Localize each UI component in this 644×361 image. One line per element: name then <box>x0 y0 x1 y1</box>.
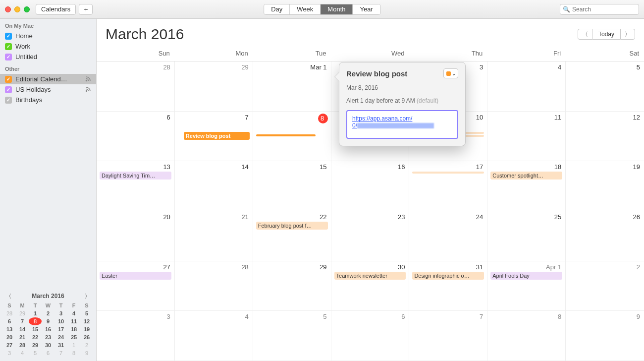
mini-day[interactable]: 31 <box>54 341 67 349</box>
event-chip[interactable]: Teamwork newsletter <box>334 272 406 280</box>
popover-url-field[interactable]: https://app.asana.com/0/ <box>346 110 458 139</box>
mini-day[interactable]: 9 <box>42 317 54 325</box>
day-cell[interactable]: 22February blog post f… <box>253 211 331 261</box>
calendars-button[interactable]: Calendars <box>36 4 76 15</box>
view-year[interactable]: Year <box>353 4 379 14</box>
mini-day[interactable]: 11 <box>67 317 80 325</box>
sidebar-calendar-item[interactable]: ✓US Holidays <box>0 84 96 95</box>
day-cell[interactable]: 13Daylight Saving Tim… <box>97 161 175 211</box>
mini-day[interactable]: 10 <box>54 317 67 325</box>
mini-day[interactable]: 4 <box>67 309 80 317</box>
today-button[interactable]: Today <box>592 29 620 40</box>
mini-day[interactable]: 13 <box>3 325 16 333</box>
mini-day[interactable]: 28 <box>3 309 16 317</box>
day-cell[interactable]: 23 <box>331 211 410 261</box>
day-cell[interactable]: 29 <box>253 261 331 311</box>
day-cell[interactable]: 16 <box>331 161 410 211</box>
mini-day[interactable]: 23 <box>42 333 54 341</box>
sidebar-calendar-item[interactable]: ✓Birthdays <box>0 95 96 105</box>
mini-day[interactable]: 28 <box>16 341 29 349</box>
mini-day[interactable]: 30 <box>42 341 54 349</box>
popover-url-link[interactable]: https://app.asana.com/0/ <box>352 115 434 129</box>
fullscreen-window-icon[interactable] <box>24 6 30 12</box>
day-cell[interactable]: 30Teamwork newsletter <box>331 261 410 311</box>
day-cell[interactable]: 2 <box>566 261 644 311</box>
day-cell[interactable]: 17 <box>409 161 487 211</box>
mini-day[interactable]: 29 <box>16 309 29 317</box>
close-window-icon[interactable] <box>5 6 11 12</box>
calendar-checkbox[interactable]: ✓ <box>5 97 12 104</box>
calendar-checkbox[interactable]: ✓ <box>5 33 12 40</box>
day-cell[interactable]: 14 <box>175 161 253 211</box>
event-chip[interactable]: Review blog post <box>184 132 250 140</box>
view-week[interactable]: Week <box>290 4 321 14</box>
sidebar-calendar-item[interactable]: ✓Editorial Calend… <box>0 74 96 84</box>
day-cell[interactable]: 8 <box>253 112 331 162</box>
mini-day[interactable]: 27 <box>3 341 16 349</box>
day-cell[interactable]: Mar 1 <box>253 61 331 112</box>
day-cell[interactable]: Apr 1April Fools Day <box>487 261 566 311</box>
mini-day[interactable]: 8 <box>29 317 42 325</box>
mini-day[interactable]: 7 <box>54 349 67 357</box>
calendar-checkbox[interactable]: ✓ <box>5 54 12 60</box>
mini-day[interactable]: 5 <box>29 349 42 357</box>
sidebar-calendar-item[interactable]: ✓Work <box>0 41 96 52</box>
mini-day[interactable]: 9 <box>80 349 93 357</box>
mini-day[interactable]: 8 <box>67 349 80 357</box>
mini-day[interactable]: 6 <box>3 317 16 325</box>
mini-day[interactable]: 20 <box>3 333 16 341</box>
event-chip[interactable]: Daylight Saving Tim… <box>100 172 171 180</box>
mini-day[interactable]: 24 <box>54 333 67 341</box>
day-cell[interactable]: 3 <box>97 311 175 361</box>
mini-day[interactable]: 3 <box>54 309 67 317</box>
mini-day[interactable]: 2 <box>80 341 93 349</box>
day-cell[interactable]: 24 <box>409 211 487 261</box>
event-chip[interactable] <box>412 172 484 174</box>
day-cell[interactable]: 8 <box>487 311 566 361</box>
mini-day[interactable]: 25 <box>67 333 80 341</box>
mini-day[interactable]: 22 <box>29 333 42 341</box>
day-cell[interactable]: 4 <box>487 61 566 112</box>
day-cell[interactable]: 12 <box>566 112 644 162</box>
popover-title[interactable]: Review blog post <box>346 69 439 78</box>
popover-calendar-picker[interactable]: ⌄ <box>443 68 458 78</box>
mini-day[interactable]: 29 <box>29 341 42 349</box>
mini-day[interactable]: 1 <box>67 341 80 349</box>
mini-day[interactable]: 6 <box>42 349 54 357</box>
sidebar-calendar-item[interactable]: ✓Home <box>0 31 96 41</box>
mini-day[interactable]: 5 <box>80 309 93 317</box>
mini-calendar-grid[interactable]: SMTWTFS282912345678910111213141516171819… <box>3 301 93 357</box>
mini-day[interactable]: 4 <box>16 349 29 357</box>
mini-day[interactable]: 2 <box>42 309 54 317</box>
next-month-button[interactable]: 〉 <box>620 29 635 40</box>
day-cell[interactable]: 5 <box>566 61 644 112</box>
day-cell[interactable]: 25 <box>487 211 566 261</box>
day-cell[interactable]: 19 <box>566 161 644 211</box>
event-chip[interactable]: Easter <box>100 272 171 280</box>
mini-day[interactable]: 3 <box>3 349 16 357</box>
mini-day[interactable]: 15 <box>29 325 42 333</box>
mini-day[interactable]: 21 <box>16 333 29 341</box>
day-cell[interactable]: 26 <box>566 211 644 261</box>
event-chip[interactable]: Design infographic o… <box>412 272 484 280</box>
sidebar-calendar-item[interactable]: ✓Untitled <box>0 52 96 62</box>
mini-day[interactable]: 18 <box>67 325 80 333</box>
minimize-window-icon[interactable] <box>14 6 20 12</box>
mini-day[interactable]: 17 <box>54 325 67 333</box>
day-cell[interactable]: 27Easter <box>97 261 175 311</box>
mini-day[interactable]: 26 <box>80 333 93 341</box>
day-cell[interactable]: 6 <box>97 112 175 162</box>
day-cell[interactable]: 7 <box>409 311 487 361</box>
popover-alert[interactable]: Alert 1 day before at 9 AM (default) <box>346 97 458 104</box>
mini-day[interactable]: 7 <box>16 317 29 325</box>
view-day[interactable]: Day <box>264 4 290 14</box>
event-chip[interactable]: Customer spotlight… <box>490 172 562 180</box>
add-event-button[interactable]: ＋ <box>79 4 93 15</box>
day-cell[interactable]: 6 <box>331 311 410 361</box>
view-segmented-control[interactable]: Day Week Month Year <box>264 4 380 15</box>
day-cell[interactable]: 15 <box>253 161 331 211</box>
day-cell[interactable]: 28 <box>97 61 175 112</box>
day-cell[interactable]: 7Review blog post <box>175 112 253 162</box>
calendar-checkbox[interactable]: ✓ <box>5 43 12 50</box>
mini-next-icon[interactable]: 〉 <box>85 293 90 300</box>
